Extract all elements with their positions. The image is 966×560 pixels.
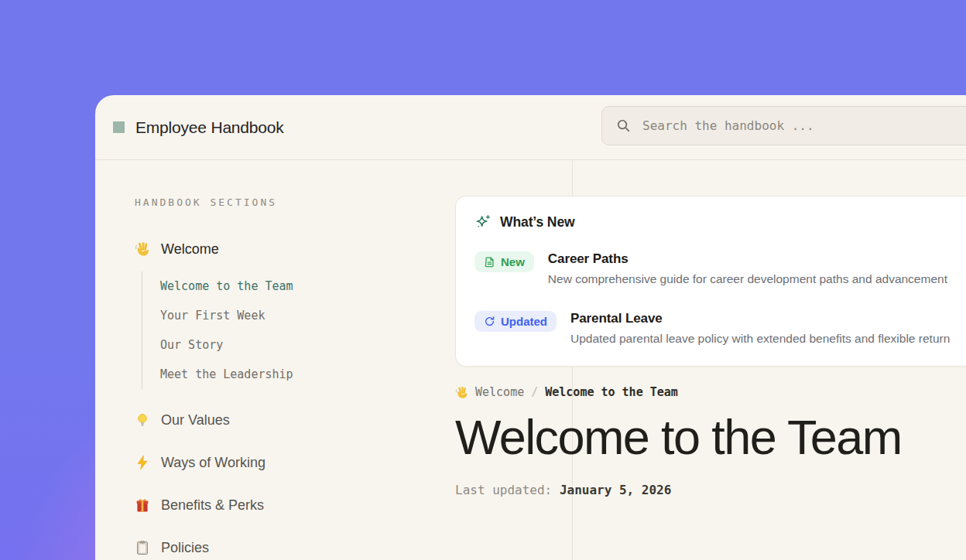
breadcrumb: Welcome / Welcome to the Team <box>455 385 966 399</box>
lightning-icon <box>135 455 150 470</box>
sidebar-item-label: Ways of Working <box>161 455 265 471</box>
gift-icon <box>135 497 150 513</box>
search-icon <box>616 118 631 133</box>
last-updated-label: Last updated: <box>455 483 552 497</box>
last-updated: Last updated: January 5, 2026 <box>455 483 966 497</box>
search-input[interactable] <box>642 118 966 133</box>
whats-new-entry-career-paths[interactable]: New Career Paths New comprehensive guide… <box>474 251 966 286</box>
waving-hand-icon <box>135 241 150 257</box>
updated-badge: Updated <box>474 311 557 332</box>
whats-new-header: What’s New <box>474 213 966 230</box>
handbook-window: Employee Handbook HANDBOOK SECTIONS Welc… <box>95 95 966 560</box>
new-badge: New <box>474 251 534 272</box>
page-title: Welcome to the Team <box>455 412 966 462</box>
sidebar-item-label: Benefits & Perks <box>161 497 264 514</box>
badge-label: New <box>501 255 525 268</box>
refresh-icon <box>484 316 495 327</box>
waving-hand-icon <box>455 386 468 399</box>
entry-title: Career Paths <box>548 251 947 267</box>
app-title: Employee Handbook <box>135 118 284 137</box>
logo-square-icon <box>113 121 125 133</box>
breadcrumb-section[interactable]: Welcome <box>475 385 524 399</box>
light-bulb-icon <box>135 412 150 428</box>
whats-new-entry-parental-leave[interactable]: Updated Parental Leave Updated parental … <box>474 311 966 346</box>
whats-new-title: What’s New <box>500 214 575 230</box>
sparkles-icon <box>474 213 492 230</box>
whats-new-panel: What’s New New Career Paths New comprehe… <box>455 196 966 367</box>
entry-description: New comprehensive guide for career devel… <box>548 272 947 286</box>
sidebar-item-label: Welcome <box>161 241 219 258</box>
document-icon <box>484 256 495 268</box>
app-header: Employee Handbook <box>95 95 966 160</box>
main-content: What’s New New Career Paths New comprehe… <box>455 160 966 497</box>
entry-description: Updated parental leave policy with exten… <box>570 332 950 346</box>
breadcrumb-current-page: Welcome to the Team <box>545 385 678 399</box>
sidebar-item-label: Policies <box>161 540 209 556</box>
sidebar-item-label: Our Values <box>161 412 230 429</box>
search-box[interactable] <box>601 106 966 145</box>
entry-title: Parental Leave <box>570 311 950 326</box>
badge-label: Updated <box>501 315 547 328</box>
sidebar-item-policies[interactable]: Policies <box>135 536 572 559</box>
breadcrumb-separator: / <box>531 385 538 399</box>
last-updated-value: January 5, 2026 <box>560 483 672 497</box>
clipboard-icon <box>135 540 150 555</box>
